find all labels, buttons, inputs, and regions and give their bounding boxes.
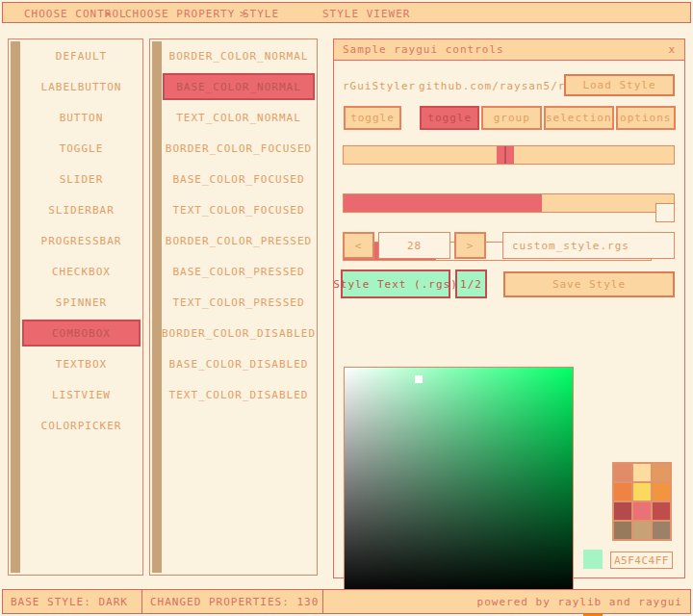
control-list-scrollbar[interactable] (11, 41, 20, 573)
slider-bar[interactable] (343, 193, 675, 213)
spinner-value-box[interactable]: 28 (378, 232, 450, 259)
slider[interactable] (343, 145, 675, 165)
property-list: BORDER_COLOR_NORMAL BASE_COLOR_NORMAL TE… (149, 38, 318, 576)
palette-swatch[interactable] (614, 522, 631, 539)
style-text-toggle[interactable]: Style Text (.rgs) (341, 270, 450, 298)
window-title: Sample raygui controls (343, 43, 668, 56)
palette-swatch[interactable] (633, 483, 651, 500)
control-list-item[interactable]: SLIDER (22, 166, 141, 192)
property-list-item[interactable]: BASE_COLOR_FOCUSED (163, 166, 315, 192)
chevron-right-icon: > (240, 8, 247, 20)
sample-window-body: rGuiStyler github.com/raysan5/raygui Loa… (334, 61, 684, 578)
selected-color-swatch (583, 550, 603, 569)
color-picker-cursor[interactable] (415, 375, 423, 383)
status-changed-properties: CHANGED PROPERTIES: 130 (142, 590, 323, 613)
property-list-item-label: BORDER_COLOR_NORMAL (169, 50, 309, 63)
save-style-button[interactable]: Save Style (503, 271, 675, 297)
property-list-item[interactable]: BORDER_COLOR_NORMAL (163, 42, 315, 69)
close-icon[interactable]: x (668, 43, 676, 56)
palette-swatch[interactable] (633, 502, 651, 520)
palette-swatch[interactable] (653, 464, 670, 481)
control-list-item-label: BUTTON (60, 112, 104, 124)
control-list-item-label: SLIDERBAR (48, 204, 115, 217)
style-page-indicator[interactable]: 1/2 (455, 270, 487, 298)
control-list-item-label: LISTVIEW (52, 389, 111, 401)
toggle-group-item[interactable]: group (481, 106, 541, 130)
palette-swatch[interactable] (653, 502, 670, 520)
palette-swatch[interactable] (633, 464, 651, 481)
control-list-item[interactable]: TOGGLE (22, 135, 141, 162)
control-list-item[interactable]: CHECKBOX (22, 258, 141, 285)
control-list-item[interactable]: PROGRESSBAR (22, 227, 141, 254)
property-list-item[interactable]: BORDER_COLOR_DISABLED (163, 320, 315, 346)
property-list-item-label: BORDER_COLOR_PRESSED (166, 235, 312, 247)
checkbox[interactable] (655, 203, 675, 222)
control-list-item-label: SPINNER (56, 296, 107, 309)
control-list-item[interactable]: BUTTON (22, 104, 141, 131)
toggle-group-item[interactable]: options (616, 106, 676, 130)
toggle-group: toggle group selection options (420, 106, 676, 130)
control-list-item-label: TEXTBOX (56, 358, 107, 371)
control-list-item[interactable]: LISTVIEW (22, 381, 141, 408)
toggle-button[interactable]: toggle (344, 106, 401, 130)
control-list-item-label: CHECKBOX (52, 266, 111, 278)
control-list-item[interactable]: LABELBUTTON (22, 73, 141, 100)
chevron-right-icon: > (105, 8, 113, 20)
load-style-button[interactable]: Load Style (564, 74, 675, 96)
control-list-item[interactable]: SPINNER (22, 289, 141, 316)
control-list-item-label: DEFAULT (56, 50, 107, 63)
property-list-item[interactable]: TEXT_COLOR_NORMAL (163, 104, 315, 131)
toggle-group-item-label: toggle (427, 112, 472, 124)
control-list-item[interactable]: DEFAULT (22, 42, 141, 69)
breadcrumb-step-viewer[interactable]: STYLE VIEWER (322, 8, 410, 20)
palette-swatch[interactable] (614, 464, 631, 481)
property-list-item[interactable]: TEXT_COLOR_FOCUSED (163, 196, 315, 223)
slider-handle[interactable] (497, 146, 514, 164)
property-list-item-label: TEXT_COLOR_NORMAL (176, 112, 301, 124)
property-list-item[interactable]: BASE_COLOR_DISABLED (163, 350, 315, 377)
property-list-item[interactable]: BASE_COLOR_NORMAL (163, 73, 315, 100)
palette-swatch[interactable] (653, 522, 670, 539)
sample-window-titlebar[interactable]: Sample raygui controls x (334, 39, 684, 61)
app-name-label: rGuiStyler (343, 80, 416, 92)
status-bar: BASE STYLE: DARK CHANGED PROPERTIES: 130… (2, 589, 691, 614)
filename-textbox[interactable]: custom_style.rgs (502, 232, 675, 259)
spinner-increment-button[interactable]: > (454, 232, 486, 259)
property-list-item-label: BORDER_COLOR_DISABLED (162, 327, 316, 340)
breadcrumb: CHOOSE CONTROL > CHOOSE PROPERTY STYLE >… (2, 2, 691, 23)
property-list-item[interactable]: BASE_COLOR_PRESSED (163, 258, 315, 285)
color-palette (612, 462, 672, 541)
control-list-item-label: COMBOBOX (52, 327, 111, 340)
status-credits: powered by raylib and raygui (323, 590, 690, 613)
toggle-group-item-label: options (620, 112, 671, 124)
property-list-item-label: BORDER_COLOR_FOCUSED (166, 142, 312, 155)
control-list-item-label: PROGRESSBAR (41, 235, 122, 247)
breadcrumb-step-property[interactable]: CHOOSE PROPERTY STYLE (125, 8, 279, 20)
palette-swatch[interactable] (614, 502, 631, 520)
toggle-group-item-label: group (494, 112, 530, 124)
property-list-item[interactable]: TEXT_COLOR_PRESSED (163, 289, 315, 316)
control-list-item[interactable]: COMBOBOX (22, 320, 141, 346)
property-list-item-label: BASE_COLOR_DISABLED (169, 358, 309, 371)
toggle-group-item[interactable]: toggle (420, 106, 479, 130)
sample-window: Sample raygui controls x rGuiStyler gith… (333, 38, 685, 578)
control-list-item-label: LABELBUTTON (41, 81, 122, 93)
control-list-item-label: COLORPICKER (41, 420, 122, 432)
property-list-item[interactable]: TEXT_COLOR_DISABLED (163, 381, 315, 408)
toggle-group-item[interactable]: selection (544, 106, 614, 130)
property-list-item-label: BASE_COLOR_FOCUSED (172, 173, 304, 186)
status-base-style: BASE STYLE: DARK (3, 590, 142, 613)
property-list-item[interactable]: BORDER_COLOR_PRESSED (163, 227, 315, 254)
hex-value-box[interactable]: A5F4C4FF (610, 552, 673, 569)
control-list: DEFAULT LABELBUTTON BUTTON TOGGLE SLIDER… (8, 38, 143, 576)
spinner-decrement-button[interactable]: < (343, 232, 374, 259)
palette-swatch[interactable] (633, 522, 651, 539)
control-list-item[interactable]: TEXTBOX (22, 350, 141, 377)
palette-swatch[interactable] (614, 483, 631, 500)
property-list-item[interactable]: BORDER_COLOR_FOCUSED (163, 135, 315, 162)
property-list-scrollbar[interactable] (152, 41, 162, 573)
control-list-item[interactable]: COLORPICKER (22, 412, 141, 439)
palette-swatch[interactable] (653, 483, 670, 500)
control-list-item[interactable]: SLIDERBAR (22, 196, 141, 223)
color-picker-gradient[interactable] (344, 367, 574, 596)
